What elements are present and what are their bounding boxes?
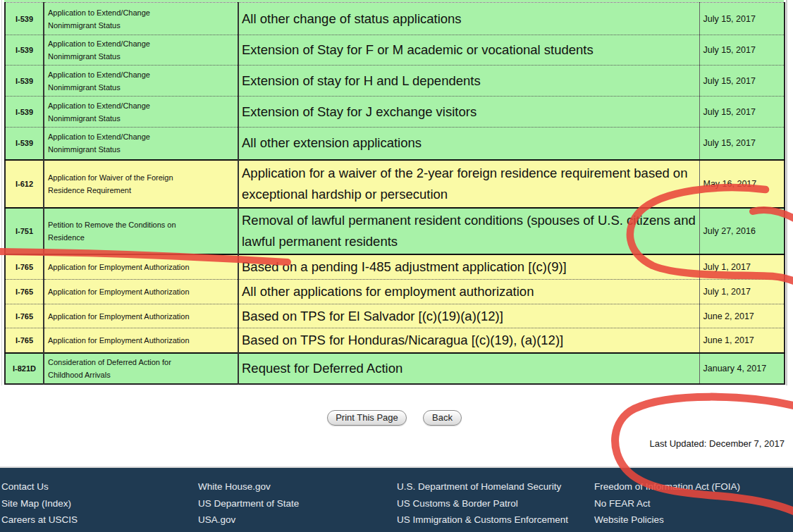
- print-this-page-button[interactable]: Print This Page: [327, 410, 407, 426]
- table-row: I-765Application for Employment Authoriz…: [5, 304, 785, 328]
- description-cell: All other applications for employment au…: [238, 280, 699, 304]
- description-cell: Based on TPS for El Salvador [(c)(19)(a)…: [238, 304, 699, 328]
- date-cell: July 15, 2017: [699, 128, 785, 160]
- footer-list-item: US Department of State: [198, 497, 299, 514]
- date-cell: June 1, 2017: [699, 328, 785, 353]
- date-cell: July 15, 2017: [699, 3, 785, 35]
- description-cell: Removal of lawful permanent resident con…: [238, 208, 699, 254]
- description-cell: Based on TPS for Honduras/Nicaragua [(c)…: [238, 328, 699, 353]
- description-cell: All other extension applications: [238, 128, 699, 160]
- footer-link[interactable]: US Department of State: [198, 498, 299, 509]
- form-number-cell: I-539: [5, 66, 44, 97]
- table-row: I-751Petition to Remove the Conditions o…: [5, 208, 785, 254]
- form-title-cell: Application to Extend/Change Nonimmigran…: [44, 97, 238, 128]
- footer-list-item: SAVE: [198, 530, 299, 532]
- table-row: I-539Application to Extend/Change Nonimm…: [5, 3, 785, 35]
- table-row: I-539Application to Extend/Change Nonimm…: [5, 128, 785, 160]
- description-cell: Application for a waiver of the 2-year f…: [238, 160, 699, 208]
- table-row: I-539Application to Extend/Change Nonimm…: [5, 35, 785, 66]
- form-number-cell: I-539: [5, 128, 44, 160]
- form-title-cell: Application for Waiver of the Foreign Re…: [44, 160, 238, 208]
- table-row: I-765Application for Employment Authoriz…: [5, 328, 785, 353]
- footer-column: White House.govUS Department of StateUSA…: [198, 480, 299, 532]
- table-left-edge-line: [1, 0, 2, 385]
- table-row: I-612Application for Waiver of the Forei…: [5, 160, 785, 208]
- footer-list-item: USA.gov: [198, 513, 299, 530]
- form-title-cell: Application for Employment Authorization: [44, 280, 238, 304]
- description-cell: Extension of Stay for J exchange visitor…: [238, 97, 699, 128]
- footer-link[interactable]: USA.gov: [198, 514, 235, 525]
- date-cell: July 27, 2016: [699, 208, 785, 254]
- form-number-cell: I-821D: [5, 353, 44, 384]
- form-number-cell: I-539: [5, 97, 44, 128]
- form-number-cell: I-751: [5, 208, 44, 254]
- footer-list-item: U.S. Department of Homeland Security: [397, 480, 568, 497]
- table-row: I-765Application for Employment Authoriz…: [5, 254, 785, 280]
- back-button[interactable]: Back: [423, 410, 462, 426]
- date-cell: June 2, 2017: [699, 304, 785, 328]
- date-cell: July 15, 2017: [699, 97, 785, 128]
- processing-table-body: I-539Application to Extend/Change Nonimm…: [5, 3, 785, 384]
- date-cell: July 15, 2017: [699, 66, 785, 97]
- footer-link[interactable]: US Immigration & Customs Enforcement: [397, 514, 568, 525]
- footer-column: Freedom of Information Act (FOIA)No FEAR…: [594, 480, 740, 532]
- footer-list-item: Contact Us: [1, 480, 85, 497]
- date-cell: May 16, 2017: [699, 160, 785, 208]
- footer-list-item: US Immigration & Customs Enforcement: [397, 513, 568, 530]
- footer-link[interactable]: No FEAR Act: [594, 498, 651, 509]
- footer-column: U.S. Department of Homeland SecurityUS C…: [397, 480, 568, 530]
- footer: Contact UsSite Map (Index)Careers at USC…: [0, 466, 793, 532]
- form-title-cell: Application to Extend/Change Nonimmigran…: [44, 35, 238, 66]
- description-cell: Based on a pending I-485 adjustment appl…: [238, 254, 699, 280]
- footer-link[interactable]: Careers at USCIS: [1, 514, 78, 525]
- form-title-cell: Petition to Remove the Conditions on Res…: [44, 208, 238, 254]
- date-cell: July 1, 2017: [699, 254, 785, 280]
- table-row: I-539Application to Extend/Change Nonimm…: [5, 66, 785, 97]
- footer-link[interactable]: Contact Us: [1, 481, 49, 492]
- table-row: I-821DConsideration of Deferred Action f…: [5, 353, 785, 384]
- form-title-cell: Application to Extend/Change Nonimmigran…: [44, 3, 238, 35]
- footer-list-item: Careers at USCIS: [1, 513, 85, 530]
- description-cell: Request for Deferred Action: [238, 353, 699, 384]
- form-number-cell: I-765: [5, 280, 44, 304]
- footer-list-item: Freedom of Information Act (FOIA): [594, 480, 740, 497]
- form-title-cell: Application for Employment Authorization: [44, 328, 238, 353]
- processing-times-table: I-539Application to Extend/Change Nonimm…: [4, 2, 785, 385]
- footer-list-item: Privacy Policy: [594, 530, 740, 532]
- footer-link[interactable]: US Customs & Border Patrol: [397, 498, 518, 509]
- footer-link[interactable]: Website Policies: [594, 514, 664, 525]
- footer-link[interactable]: White House.gov: [198, 481, 271, 492]
- form-number-cell: I-612: [5, 160, 44, 208]
- footer-list-item: No FEAR Act: [594, 497, 740, 514]
- footer-list-item: White House.gov: [198, 480, 299, 497]
- footer-column: Contact UsSite Map (Index)Careers at USC…: [1, 480, 85, 532]
- footer-link[interactable]: U.S. Department of Homeland Security: [397, 481, 561, 492]
- date-cell: July 15, 2017: [699, 35, 785, 66]
- footer-list-item: Site Map (Index): [1, 497, 85, 514]
- form-title-cell: Consideration of Deferred Action for Chi…: [44, 353, 238, 384]
- footer-link[interactable]: Freedom of Information Act (FOIA): [594, 481, 740, 492]
- date-cell: July 1, 2017: [699, 280, 785, 304]
- last-updated-text: Last Updated: December 7, 2017: [649, 438, 785, 449]
- form-title-cell: Application for Employment Authorization: [44, 254, 238, 280]
- footer-list-item: US Customs & Border Patrol: [397, 497, 568, 514]
- form-number-cell: I-765: [5, 328, 44, 353]
- table-row: I-539Application to Extend/Change Nonimm…: [5, 97, 785, 128]
- form-title-cell: Application to Extend/Change Nonimmigran…: [44, 66, 238, 97]
- form-number-cell: I-765: [5, 304, 44, 328]
- table-right-edge-line: [786, 0, 787, 385]
- uscis-processing-times-page: I-539Application to Extend/Change Nonimm…: [0, 0, 793, 532]
- description-cell: All other change of status applications: [238, 3, 699, 35]
- date-cell: January 4, 2017: [699, 353, 785, 384]
- form-number-cell: I-539: [5, 35, 44, 66]
- description-cell: Extension of stay for H and L dependents: [238, 66, 699, 97]
- footer-list-item: Adobe PDF Reader: [1, 530, 85, 532]
- form-title-cell: Application to Extend/Change Nonimmigran…: [44, 128, 238, 160]
- form-title-cell: Application for Employment Authorization: [44, 304, 238, 328]
- footer-list-item: Website Policies: [594, 513, 740, 530]
- table-row: I-765Application for Employment Authoriz…: [5, 280, 785, 304]
- footer-link[interactable]: Site Map (Index): [1, 498, 71, 509]
- form-number-cell: I-539: [5, 3, 44, 35]
- form-number-cell: I-765: [5, 254, 44, 280]
- description-cell: Extension of Stay for F or M academic or…: [238, 35, 699, 66]
